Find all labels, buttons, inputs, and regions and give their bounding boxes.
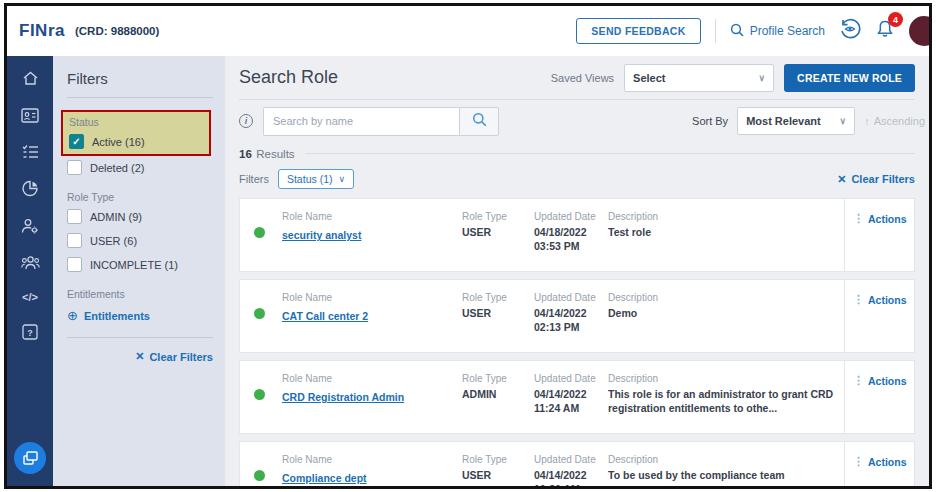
- description-header: Description: [608, 211, 838, 222]
- role-type-cell: Role Type ADMIN: [462, 373, 534, 433]
- ascending-label: Ascending: [874, 115, 925, 127]
- updated-time-value: 10:20 AM: [534, 482, 608, 486]
- panel-clear-filters-link[interactable]: ✕ Clear Filters: [135, 350, 213, 363]
- role-name-header: Role Name: [282, 211, 462, 222]
- role-name-cell: Role Name CAT Call center 2: [282, 292, 462, 352]
- multi-window-button[interactable]: [14, 442, 46, 474]
- home-icon[interactable]: [22, 70, 39, 87]
- close-icon: ✕: [837, 173, 846, 186]
- create-new-role-button[interactable]: CREATE NEW ROLE: [784, 64, 915, 92]
- results-list: Role Name security analyst Role Type USE…: [239, 194, 915, 486]
- actions-button[interactable]: ⋮ Actions: [853, 374, 914, 387]
- notifications-bell[interactable]: 4: [875, 19, 895, 43]
- role-type-value: USER: [462, 225, 534, 239]
- updated-date-header: Updated Date: [534, 292, 608, 303]
- kebab-icon: ⋮: [853, 212, 864, 225]
- role-name-link[interactable]: CRD Registration Admin: [282, 391, 404, 403]
- plus-circle-icon: ⊕: [67, 308, 78, 323]
- role-name-link[interactable]: security analyst: [282, 229, 361, 241]
- crd-number: (CRD: 9888000): [75, 25, 159, 37]
- actions-button[interactable]: ⋮ Actions: [853, 293, 914, 306]
- checkbox-deleted-label: Deleted (2): [90, 162, 144, 174]
- app-window: FINra (CRD: 9888000) SEND FEEDBACK Profi…: [4, 3, 932, 489]
- saved-views-label: Saved Views: [551, 72, 614, 84]
- user-avatar[interactable]: [909, 16, 932, 46]
- actions-button[interactable]: ⋮ Actions: [853, 212, 914, 225]
- history-view-icon[interactable]: [839, 18, 861, 44]
- search-row: i Sort By Most Relevant ∨: [239, 100, 915, 142]
- description-value: Demo: [608, 306, 838, 320]
- search-icon: [730, 23, 744, 40]
- applied-filters-row: Filters Status (1) ∨ ✕ Clear Filters: [239, 164, 915, 194]
- send-feedback-button[interactable]: SEND FEEDBACK: [576, 18, 700, 44]
- topbar-divider: [715, 19, 716, 43]
- search-button[interactable]: [459, 107, 499, 136]
- updated-date-cell: Updated Date 04/18/2022 03:53 PM: [534, 211, 608, 271]
- sort-by-label: Sort By: [692, 115, 728, 127]
- checkbox-active[interactable]: ✓ Active (16): [69, 134, 203, 149]
- role-type-cell: Role Type USER: [462, 454, 534, 486]
- active-status-dot: [254, 308, 265, 319]
- checkbox-admin-label: ADMIN (9): [90, 211, 142, 223]
- actions-button[interactable]: ⋮ Actions: [853, 455, 914, 468]
- saved-views-select[interactable]: Select ∨: [624, 64, 774, 92]
- page-title: Search Role: [239, 67, 338, 88]
- role-name-cell: Role Name Compliance dept: [282, 454, 462, 486]
- user-group-icon[interactable]: [21, 255, 40, 270]
- checkbox-unchecked-icon[interactable]: [67, 257, 82, 272]
- finra-logo: FINra: [19, 21, 65, 41]
- help-icon[interactable]: ?: [22, 324, 38, 340]
- arrow-up-icon: ↑: [864, 115, 870, 127]
- entitlements-section-label: Entitlements: [67, 288, 213, 300]
- role-row: Role Name security analyst Role Type USE…: [239, 198, 915, 272]
- role-name-link[interactable]: Compliance dept: [282, 472, 367, 484]
- contact-card-icon[interactable]: [21, 108, 39, 123]
- actions-cell: ⋮ Actions: [844, 280, 914, 352]
- sort-select[interactable]: Most Relevant ∨: [737, 107, 855, 135]
- clear-filters-link[interactable]: ✕ Clear Filters: [837, 173, 915, 186]
- profile-search-label: Profile Search: [750, 24, 825, 38]
- role-type-cell: Role Type USER: [462, 211, 534, 271]
- actions-cell: ⋮ Actions: [844, 199, 914, 271]
- role-name-header: Role Name: [282, 292, 462, 303]
- role-row: Role Name CRD Registration Admin Role Ty…: [239, 360, 915, 434]
- description-cell: Description Test role: [608, 211, 838, 271]
- role-type-cell: Role Type USER: [462, 292, 534, 352]
- checkbox-checked-icon[interactable]: ✓: [69, 134, 84, 149]
- role-row: Role Name Compliance dept Role Type USER…: [239, 441, 915, 486]
- description-value: This role is for an administrator to gra…: [608, 387, 838, 415]
- top-bar: FINra (CRD: 9888000) SEND FEEDBACK Profi…: [7, 6, 929, 56]
- user-settings-icon[interactable]: [21, 218, 39, 234]
- role-name-cell: Role Name security analyst: [282, 211, 462, 271]
- pie-chart-icon[interactable]: [22, 180, 39, 197]
- role-type-value: USER: [462, 468, 534, 482]
- checkbox-incomplete[interactable]: INCOMPLETE (1): [67, 257, 213, 272]
- kebab-icon: ⋮: [853, 293, 864, 306]
- actions-label: Actions: [868, 375, 907, 387]
- checklist-icon[interactable]: [22, 144, 39, 159]
- checkbox-unchecked-icon[interactable]: [67, 233, 82, 248]
- profile-search-link[interactable]: Profile Search: [730, 23, 825, 40]
- updated-date-header: Updated Date: [534, 373, 608, 384]
- checkbox-deleted[interactable]: Deleted (2): [67, 160, 213, 175]
- role-name-link[interactable]: CAT Call center 2: [282, 310, 368, 322]
- entitlements-link[interactable]: ⊕ Entitlements: [67, 308, 213, 323]
- code-icon[interactable]: </>: [22, 291, 38, 303]
- status-filter-chip[interactable]: Status (1) ∨: [278, 169, 354, 189]
- actions-cell: ⋮ Actions: [844, 361, 914, 433]
- chevron-down-icon: ∨: [338, 174, 345, 184]
- search-input[interactable]: [263, 107, 459, 136]
- updated-time-value: 11:24 AM: [534, 401, 608, 415]
- updated-date-cell: Updated Date 04/14/2022 10:20 AM: [534, 454, 608, 486]
- checkbox-user[interactable]: USER (6): [67, 233, 213, 248]
- checkbox-unchecked-icon[interactable]: [67, 209, 82, 224]
- status-chip-label: Status (1): [287, 173, 333, 185]
- sort-direction-toggle[interactable]: ↑ Ascending: [864, 115, 925, 127]
- role-type-header: Role Type: [462, 373, 534, 384]
- checkbox-unchecked-icon[interactable]: [67, 160, 82, 175]
- updated-date-value: 04/18/2022: [534, 225, 608, 239]
- actions-cell: ⋮ Actions: [844, 442, 914, 486]
- role-type-header: Role Type: [462, 454, 534, 465]
- checkbox-admin[interactable]: ADMIN (9): [67, 209, 213, 224]
- kebab-icon: ⋮: [853, 455, 864, 468]
